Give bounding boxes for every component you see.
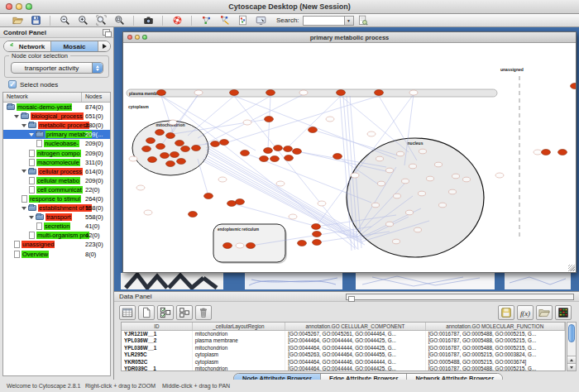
tree-row[interactable]: mosaic-demo-yeast874(0) <box>3 103 110 112</box>
network-leaf-icon <box>22 195 27 203</box>
background-window-fragment <box>356 273 495 289</box>
tree-row[interactable]: establishment of lo558(0) <box>3 203 110 213</box>
tree-row[interactable]: unassigned223(0) <box>3 240 110 249</box>
table-row[interactable]: YLR295Ccytoplasm[GO:0045263, GO:0044464,… <box>122 351 565 358</box>
tree-row[interactable]: multi-organism pro42(0) <box>3 231 110 240</box>
table-row[interactable]: YPL036W__1mitochondrion[GO:0044464, GO:0… <box>122 345 565 351</box>
table-scrollbar[interactable] <box>567 322 577 371</box>
tree-row-node-count: 280(0) <box>85 122 103 129</box>
tree-row[interactable]: cellular process614(0) <box>3 167 110 176</box>
search-dropdown-arrow[interactable]: ▼ <box>344 17 353 25</box>
toolbar-separator <box>50 16 50 26</box>
select-attributes-button[interactable] <box>157 305 174 320</box>
tree-row[interactable]: metabolic process280(0) <box>3 121 110 130</box>
search-options-button[interactable] <box>354 14 372 26</box>
table-cell: [GO:0016787, GO:0005488, GO:0005215, G..… <box>426 331 565 337</box>
tab-network[interactable]: Network <box>4 41 51 51</box>
tab-mosaic[interactable]: Mosaic <box>51 41 98 51</box>
float-panel-icon[interactable] <box>346 294 574 300</box>
attribute-table-button[interactable] <box>119 305 136 320</box>
network-graph-canvas[interactable]: plasma membranecytoplasmunassignedmitoch… <box>123 43 576 272</box>
zoom-in-button[interactable] <box>74 14 92 26</box>
tree-row-label: establishment of lo <box>38 204 92 212</box>
tree-expander-icon[interactable] <box>29 216 34 219</box>
tree-row[interactable]: biological_process651(0) <box>3 112 110 121</box>
open-attributes-button[interactable] <box>536 305 553 320</box>
vizmapper-button[interactable] <box>197 14 215 26</box>
scroll-up-button[interactable] <box>567 356 576 363</box>
tree-row-node-count: 41(0) <box>85 222 100 230</box>
tab-label: Mosaic <box>63 43 85 50</box>
table-column-header[interactable]: ID <box>122 323 193 330</box>
tree-column-nodes[interactable]: Nodes <box>82 93 110 102</box>
tree-row[interactable]: cellular metabo209(0) <box>3 176 110 185</box>
open-button[interactable] <box>8 14 26 26</box>
table-column-header[interactable]: annotation.GO CELLULAR_COMPONENT <box>285 323 425 330</box>
table-row[interactable]: YPL036W__2plasma membrane[GO:0044464, GO… <box>122 337 565 344</box>
tree-expander-icon[interactable] <box>22 124 26 127</box>
annotation-icon <box>256 15 266 26</box>
tree-column-network[interactable]: Network <box>3 93 82 102</box>
tree-row-node-count: 209(0) <box>85 140 103 147</box>
table-row[interactable]: YDR039C__1mitochondrion[GO:0044464, GO:0… <box>122 366 565 371</box>
select-nodes-label: Select nodes <box>20 81 58 88</box>
search-label: Search: <box>276 17 299 24</box>
new-attribute-button[interactable] <box>138 305 155 320</box>
tree-row[interactable]: nitrogen compo209(0) <box>3 148 110 157</box>
network-window-titlebar[interactable]: primary metabolic process <box>123 32 576 43</box>
window-title: Cytoscape Desktop (New Session) <box>0 2 579 11</box>
node-color-dropdown[interactable]: transporter activity <box>11 62 103 74</box>
window-resize-grip[interactable] <box>568 265 575 271</box>
table-row[interactable]: YKR052Ccytoplasm[GO:0044464, GO:0044446,… <box>122 359 565 366</box>
vizmapper-icon <box>201 15 212 26</box>
tree-row[interactable]: response to stimul264(0) <box>3 194 110 203</box>
dropdown-stepper-icon[interactable] <box>92 63 103 73</box>
tree-expander-icon[interactable] <box>22 170 26 173</box>
network-leaf-icon <box>29 232 35 239</box>
scrollbar-thumb[interactable] <box>568 324 575 342</box>
table-column-header[interactable]: _cellularLayoutRegion <box>193 323 286 330</box>
save-icon <box>31 15 41 26</box>
tree-row[interactable]: Overview8(0) <box>3 250 110 259</box>
tree-expander-icon[interactable] <box>29 133 34 136</box>
select-nodes-checkbox[interactable]: ✓ Select nodes <box>8 80 58 88</box>
first-neighbors-button[interactable] <box>215 14 233 26</box>
checkbox-check-icon[interactable]: ✓ <box>8 80 17 88</box>
tree-row[interactable]: secretion41(0) <box>3 222 110 231</box>
float-panel-icon[interactable] <box>103 29 110 36</box>
snapshot-button[interactable] <box>139 14 157 26</box>
tree-row[interactable]: macromolecule311(0) <box>3 158 110 167</box>
tree-row-label: Overview <box>22 251 49 258</box>
formula-builder-button[interactable]: f(x) <box>517 305 534 320</box>
tab-overflow-arrow-icon[interactable] <box>98 41 110 51</box>
attribute-table-icon <box>122 307 133 318</box>
toolbar-separator <box>162 16 163 26</box>
scroll-down-button[interactable] <box>567 363 576 370</box>
zoom-out-button[interactable] <box>55 14 74 26</box>
tree-expander-icon[interactable] <box>22 207 26 210</box>
matrix-view-button[interactable] <box>555 305 572 320</box>
tree-row[interactable]: transport558(0) <box>3 213 110 222</box>
tree-row[interactable]: primary metabol209(... <box>3 130 110 139</box>
tree-row-node-count: 42(0) <box>85 232 100 239</box>
network-graph[interactable]: plasma membranecytoplasmunassignedmitoch… <box>123 43 576 272</box>
unselect-attributes-button[interactable] <box>176 305 193 320</box>
endoplasmic-reticulum-label: endoplasmic reticulum <box>218 227 259 232</box>
table-column-header[interactable]: annotation.GO MOLECULAR_FUNCTION <box>426 323 565 330</box>
tree-row[interactable]: cell communicat22(0) <box>3 185 110 194</box>
tree-row[interactable]: nucleobase-209(0) <box>3 139 110 148</box>
help-button[interactable] <box>168 14 186 26</box>
annotation-button[interactable] <box>251 14 270 26</box>
tree-expander-icon[interactable] <box>14 115 19 118</box>
delete-attribute-button[interactable] <box>195 305 212 320</box>
save-button[interactable] <box>26 14 45 26</box>
save-table-button[interactable] <box>498 305 514 320</box>
folder-icon <box>36 214 44 220</box>
zoom-fit-button[interactable] <box>110 14 128 26</box>
table-cell: plasma membrane <box>193 337 286 344</box>
table-row[interactable]: YJR121W__1mitochondrion[GO:0045267, GO:0… <box>122 331 565 337</box>
network-copy-button[interactable] <box>233 14 251 26</box>
zoom-selected-button[interactable] <box>92 14 110 26</box>
search-input[interactable]: ▼ <box>303 16 354 26</box>
tree-row-node-count: 311(0) <box>85 159 103 166</box>
